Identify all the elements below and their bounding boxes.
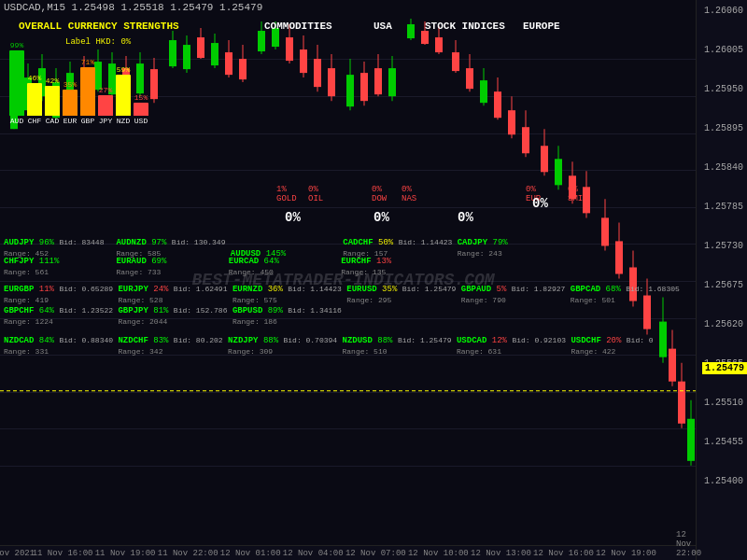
nas-label: 0%NAS	[402, 185, 416, 203]
svg-rect-47	[346, 75, 354, 106]
pair-nzdusd: NZDUSD	[343, 336, 373, 345]
pair-gbpjpy: GBPJPY	[118, 306, 148, 315]
svg-rect-75	[555, 159, 562, 185]
pair-cadjpy: CADJPY	[458, 238, 487, 247]
price-tick: 1.25620	[704, 319, 743, 329]
currency-bar-aud: 99% AUD	[9, 41, 24, 125]
svg-rect-41	[300, 49, 307, 73]
svg-rect-73	[541, 146, 548, 172]
time-tick: 12 Nov 10:00	[408, 549, 469, 558]
svg-rect-79	[583, 187, 590, 213]
price-tick: 1.25840	[704, 162, 743, 173]
pair-eurusd: EURUSD	[346, 285, 376, 294]
pair-euraud: EURAUD	[116, 257, 146, 266]
price-tick: 1.25400	[704, 476, 743, 486]
svg-rect-43	[314, 59, 321, 87]
pair-gbpcad: GBPCAD	[571, 285, 600, 294]
time-axis: 11 Nov 202111 Nov 16:0011 Nov 19:0011 No…	[0, 545, 696, 560]
pair-row-3: EURGBP 11% Bid: 0.65289 Range: 419 EURJP…	[4, 285, 693, 329]
currency-bar-jpy: 27% JPY	[98, 86, 113, 125]
gold-label: 1%GOLD	[276, 185, 297, 203]
svg-rect-55	[407, 24, 415, 38]
pair-cadchf: CADCHF	[343, 238, 373, 247]
zero-pct-usa: 0%	[374, 210, 389, 225]
svg-rect-59	[435, 37, 443, 52]
price-scale: 1.260601.260051.259501.258951.258401.257…	[696, 0, 747, 560]
oil-label: 0%OIL	[308, 185, 323, 203]
svg-rect-57	[421, 31, 429, 44]
svg-rect-95	[687, 419, 695, 461]
currency-bar-usd: 15% USD	[134, 93, 148, 125]
pair-eurchf: EURCHF	[341, 257, 371, 266]
svg-rect-69	[508, 110, 515, 134]
pair-eurnzd: EURNZD	[233, 285, 262, 294]
chart-container: USDCAD,M15 1.25498 1.25518 1.25479 1.254…	[0, 0, 747, 560]
label-hkd: Label HKD: 0%	[65, 37, 131, 47]
price-tick: 1.25895	[704, 123, 743, 133]
zero-pct-stockindices: 0%	[458, 210, 473, 225]
currency-strength-section: Label HKD: 0% 99% AUD 46% CHF 42% CAD 35…	[9, 37, 215, 125]
svg-rect-37	[272, 28, 279, 47]
currency-bar-nzd: 59% NZD	[116, 65, 131, 125]
time-tick: 11 Nov 22:00	[158, 549, 218, 558]
dow-label: 0%DOW	[372, 185, 387, 203]
price-tick: 1.26005	[704, 45, 743, 55]
pair-audnzd: AUDNZD	[116, 238, 146, 247]
current-price-badge: 1.25479	[702, 362, 747, 374]
price-tick: 1.25455	[704, 437, 743, 447]
svg-rect-39	[286, 37, 293, 61]
pair-nzdcad: NZDCAD	[4, 336, 34, 345]
time-tick: 12 Nov 13:00	[471, 549, 531, 558]
svg-rect-67	[494, 91, 501, 118]
currency-bar-gbp: 71% GBP	[80, 58, 95, 125]
time-tick: 12 Nov 01:00	[220, 549, 281, 558]
svg-rect-71	[522, 127, 529, 153]
price-tick: 1.25785	[704, 202, 743, 212]
time-tick: 12 Nov 16:00	[533, 549, 594, 558]
svg-rect-63	[466, 68, 473, 89]
pair-usdcad: USDCAD	[457, 336, 486, 345]
pair-audjpy: AUDJPY	[4, 238, 34, 247]
price-tick: 1.25730	[704, 241, 743, 251]
svg-rect-53	[388, 68, 396, 96]
svg-rect-45	[328, 68, 335, 96]
pair-gbpaud: GBPAUD	[461, 285, 491, 294]
pair-gbpusd: GBPUSD	[233, 306, 262, 315]
time-tick: 12 Nov 04:00	[283, 549, 344, 558]
price-tick: 1.25675	[704, 280, 743, 290]
time-tick: 11 Nov 2021	[0, 549, 35, 558]
pair-chfjpy: CHFJPY	[4, 257, 34, 266]
smi-label: 0%SMI	[568, 185, 583, 203]
svg-rect-65	[480, 80, 487, 103]
svg-rect-61	[452, 52, 459, 71]
price-tick: 1.26060	[704, 6, 743, 16]
svg-rect-35	[258, 31, 265, 51]
svg-rect-51	[374, 68, 382, 94]
svg-rect-93	[678, 382, 685, 424]
zero-pct-europe: 0%	[532, 196, 548, 211]
currency-bar-chf: 46% CHF	[27, 74, 42, 125]
time-tick: 12 Nov 22:00	[676, 530, 701, 558]
time-tick: 12 Nov 19:00	[596, 549, 656, 558]
currency-bar-eur: 35% EUR	[63, 80, 78, 125]
time-tick: 12 Nov 07:00	[345, 549, 406, 558]
pair-usdchf: USDCHF	[571, 336, 600, 345]
pair-eurcad: EURCAD	[229, 257, 259, 266]
pair-eurgbp: EURGBP	[4, 285, 34, 294]
pair-nzdchf: NZDCHF	[118, 336, 148, 345]
pair-eurjpy: EURJPY	[118, 285, 148, 294]
price-tick: 1.25510	[704, 398, 743, 408]
pair-row-2: CHFJPY 111% Range: 561 EURAUD 69% Range:…	[4, 257, 693, 278]
pair-row-4: NZDCAD 84% Bid: 0.88340 Range: 331 NZDCH…	[4, 336, 693, 357]
svg-rect-33	[239, 59, 247, 79]
svg-rect-31	[225, 52, 233, 75]
price-tick: 1.25950	[704, 84, 743, 94]
svg-rect-49	[360, 73, 368, 101]
time-tick: 11 Nov 19:00	[95, 549, 156, 558]
currency-bar-cad: 42% CAD	[45, 77, 60, 125]
zero-pct-commodities: 0%	[285, 210, 301, 225]
pair-gbpchf: GBPCHF	[4, 306, 34, 315]
pair-nzdjpy: NZDJPY	[228, 336, 258, 345]
time-tick: 11 Nov 16:00	[33, 549, 93, 558]
chart-title: USDCAD,M15 1.25498 1.25518 1.25479 1.254…	[4, 2, 262, 13]
